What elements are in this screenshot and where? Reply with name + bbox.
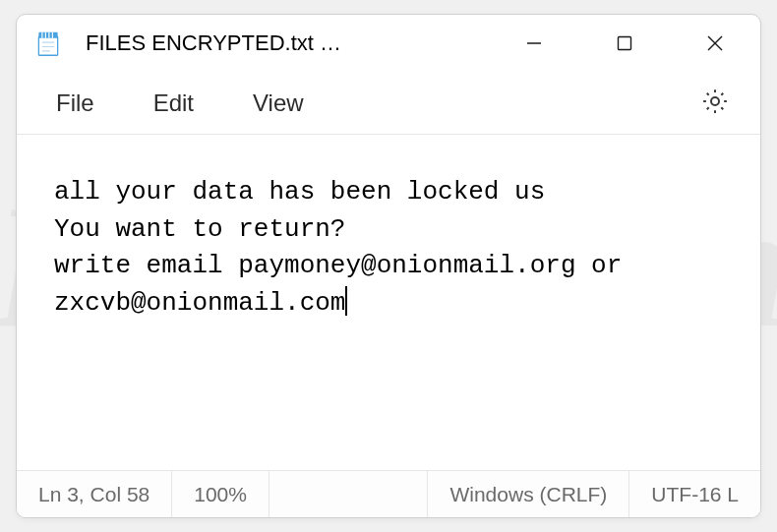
svg-rect-1 <box>38 32 57 38</box>
window-controls <box>489 15 760 72</box>
menubar: File Edit View <box>17 72 760 135</box>
gear-icon <box>700 87 730 120</box>
minimize-button[interactable] <box>489 15 579 72</box>
menu-file[interactable]: File <box>27 80 124 127</box>
titlebar: FILES ENCRYPTED.txt … <box>17 15 760 72</box>
menu-edit[interactable]: Edit <box>124 80 223 127</box>
statusbar: Ln 3, Col 58 100% Windows (CRLF) UTF-16 … <box>17 470 760 517</box>
svg-point-13 <box>711 97 719 105</box>
settings-button[interactable] <box>689 78 741 129</box>
status-encoding: UTF-16 L <box>629 471 760 517</box>
notepad-app-icon <box>34 30 62 57</box>
status-zoom[interactable]: 100% <box>172 471 269 517</box>
status-cursor-position: Ln 3, Col 58 <box>17 471 172 517</box>
status-line-ending: Windows (CRLF) <box>428 471 629 517</box>
close-button[interactable] <box>670 15 760 72</box>
maximize-button[interactable] <box>579 15 670 72</box>
svg-rect-0 <box>38 36 57 55</box>
notepad-window: FILES ENCRYPTED.txt … File Edit View <box>16 14 761 518</box>
text-caret <box>345 286 347 316</box>
text-editor-area[interactable]: all your data has been locked us You wan… <box>17 135 760 470</box>
menu-view[interactable]: View <box>223 80 333 127</box>
window-title: FILES ENCRYPTED.txt … <box>86 30 489 56</box>
svg-rect-10 <box>619 37 631 50</box>
